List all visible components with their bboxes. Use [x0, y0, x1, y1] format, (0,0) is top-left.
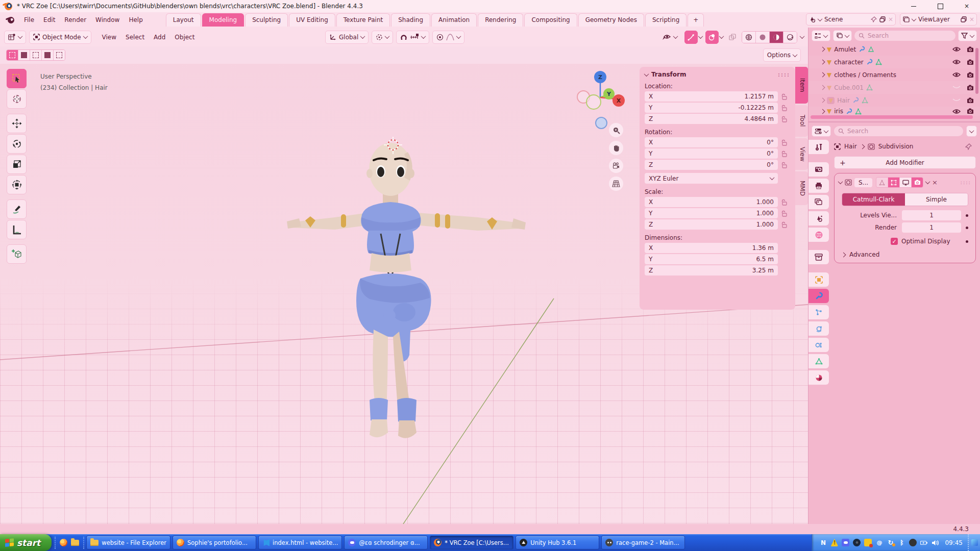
tab-particle-properties[interactable] — [808, 305, 829, 319]
simple-button[interactable]: Simple — [905, 193, 968, 206]
tab-mmd[interactable]: MMD — [795, 171, 808, 205]
tab-scripting[interactable]: Scripting — [645, 13, 687, 27]
menu-render[interactable]: Render — [60, 14, 91, 26]
toggle-ortho-button[interactable] — [609, 177, 623, 191]
outliner-row-clothes[interactable]: ▼ clothes / Ornaments — [808, 68, 980, 81]
outliner-row-character[interactable]: ▼ character — [808, 56, 980, 68]
proportional-editing-controls[interactable] — [432, 31, 464, 44]
tab-constraint-properties[interactable] — [808, 338, 829, 352]
copy-icon[interactable] — [879, 16, 886, 22]
blender-menu-icon[interactable] — [6, 16, 14, 23]
tray-mail-icon[interactable]: @ — [875, 539, 883, 546]
rotate-tool[interactable] — [7, 134, 27, 154]
add-cube-tool[interactable] — [7, 244, 27, 264]
outliner-search-input[interactable] — [854, 31, 955, 41]
scale-z-field[interactable]: Z1.000 — [645, 219, 778, 230]
menu-view[interactable]: View — [97, 32, 121, 43]
advanced-section-toggle[interactable]: Advanced — [842, 251, 968, 258]
modifier-drag-handle[interactable]: :::: — [961, 180, 971, 185]
scale-x-field[interactable]: X1.000 — [645, 197, 778, 207]
tab-tool[interactable]: Tool — [795, 105, 808, 137]
object-name[interactable]: clothes / Ornaments — [834, 71, 896, 79]
lock-icon[interactable] — [778, 162, 790, 168]
eye-open-icon[interactable] — [952, 46, 961, 52]
expand-icon[interactable] — [820, 60, 825, 65]
object-name[interactable]: Amulet — [834, 46, 856, 53]
shading-material-preview-button[interactable] — [770, 32, 783, 43]
lock-icon[interactable] — [778, 139, 790, 146]
gizmo-z-negative[interactable] — [595, 117, 607, 129]
tray-security-warning-icon[interactable]: ! — [830, 539, 838, 546]
tray-sync-icon[interactable]: ↻ — [887, 539, 894, 546]
start-button[interactable]: start — [0, 534, 52, 551]
taskbar-clock[interactable]: 09:45 — [945, 539, 963, 546]
menu-add[interactable]: Add — [149, 32, 170, 43]
select-box-tool[interactable] — [7, 69, 27, 88]
tray-controller-icon[interactable] — [909, 539, 917, 546]
tab-sculpting[interactable]: Sculpting — [245, 13, 288, 27]
eye-open-icon[interactable] — [952, 72, 961, 78]
camera-view-button[interactable] — [609, 159, 623, 173]
tab-object-properties[interactable] — [808, 272, 829, 287]
navigation-gizmo[interactable]: Z Y X — [577, 68, 633, 124]
annotate-tool[interactable] — [7, 199, 27, 219]
overlays-toggle[interactable] — [705, 31, 719, 44]
taskbar-button-discord[interactable]: @ɛɞ schrodinger ɞ... — [344, 536, 428, 549]
tab-modeling[interactable]: Modeling — [202, 13, 244, 27]
move-tool[interactable] — [7, 114, 27, 133]
camera-render-icon[interactable] — [967, 59, 974, 65]
pan-button[interactable] — [609, 141, 623, 155]
shading-solid-button[interactable] — [756, 32, 770, 43]
scale-tool[interactable] — [7, 155, 27, 174]
object-name[interactable]: character — [834, 59, 863, 66]
eye-open-icon[interactable] — [952, 109, 961, 114]
maximize-button[interactable] — [927, 0, 953, 12]
eye-closed-icon[interactable] — [952, 97, 961, 103]
show-desktop-button[interactable] — [968, 534, 980, 551]
viewport-3d[interactable]: User Perspective (234) Collection | Hair — [0, 64, 808, 524]
select-invert-button[interactable] — [42, 50, 54, 60]
taskbar-button-unity[interactable]: Unity Hub 3.6.1 — [516, 536, 599, 549]
chevron-down-icon[interactable] — [719, 34, 724, 39]
taskbar-button-blender[interactable]: * VRC Zoe [C:\Users... — [430, 536, 513, 549]
rotation-mode-dropdown[interactable]: XYZ Euler — [645, 173, 778, 184]
tray-steam-icon[interactable]: ◦ — [853, 539, 861, 546]
outliner-filter-dropdown[interactable] — [833, 30, 852, 41]
lock-icon[interactable] — [778, 199, 790, 206]
transform-orientation-dropdown[interactable]: Global — [325, 31, 369, 44]
tab-view[interactable]: View — [795, 138, 808, 170]
outliner-row-hair[interactable]: ▼ Hair — [808, 94, 980, 107]
camera-render-icon[interactable] — [967, 97, 974, 104]
object-name[interactable]: Hair — [837, 97, 850, 104]
tab-collection-properties[interactable] — [808, 250, 829, 264]
levels-render-field[interactable]: 1 — [902, 222, 961, 233]
location-y-field[interactable]: Y-0.12225 m — [645, 103, 778, 113]
select-extend-button[interactable] — [18, 50, 30, 60]
dimensions-x-field[interactable]: X1.36 m — [645, 243, 778, 253]
view-layer-selector[interactable]: ViewLayer × — [900, 13, 977, 26]
snapping-controls[interactable] — [396, 31, 429, 44]
tray-discord-icon[interactable] — [842, 539, 849, 546]
outliner-search[interactable] — [854, 31, 955, 41]
object-name[interactable]: Cube.001 — [834, 84, 864, 91]
outliner-row-cube001[interactable]: ▼ Cube.001 — [808, 81, 980, 94]
tab-render-properties[interactable] — [808, 162, 829, 177]
levels-viewport-field[interactable]: 1 — [902, 210, 961, 220]
panel-drag-handle[interactable]: :::: — [778, 72, 790, 78]
rotation-x-field[interactable]: X0° — [645, 137, 778, 147]
tab-item[interactable]: Item — [795, 67, 808, 104]
properties-display-dropdown[interactable] — [812, 126, 831, 137]
menu-object[interactable]: Object — [170, 32, 199, 43]
expand-icon[interactable] — [820, 85, 825, 90]
optimal-display-checkbox[interactable]: ✓ — [891, 238, 898, 245]
explorer-quicklaunch-icon[interactable] — [71, 540, 79, 546]
properties-search[interactable] — [834, 126, 963, 136]
show-object-types-dropdown[interactable] — [658, 31, 681, 44]
tab-shading[interactable]: Shading — [391, 13, 430, 27]
dimensions-z-field[interactable]: Z3.25 m — [645, 265, 778, 276]
toggle-edit-mode-icon[interactable] — [888, 178, 900, 187]
eye-open-icon[interactable] — [952, 59, 961, 65]
lock-icon[interactable] — [778, 93, 790, 100]
location-z-field[interactable]: Z4.4864 m — [645, 114, 778, 124]
modifier-extras-dropdown-icon[interactable] — [925, 179, 930, 184]
